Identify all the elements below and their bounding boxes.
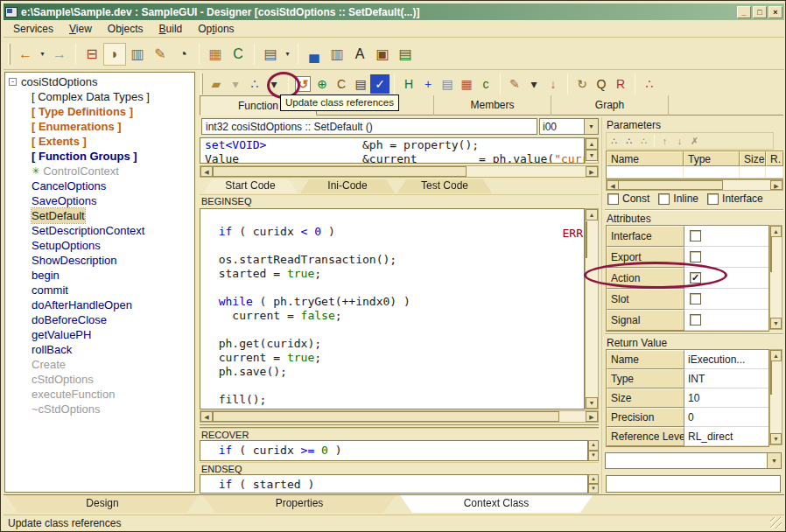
archive-icon[interactable]: ▥ [126,43,149,66]
scroll-up-icon[interactable]: ▲ [586,209,598,220]
menu-options[interactable]: Options [190,21,242,37]
tree-item-begin[interactable]: begin [5,268,194,283]
scrollbar-thumb[interactable] [213,411,559,422]
context-combo[interactable]: ▼ [605,452,782,469]
scroll-up-icon[interactable]: ▲ [770,226,782,237]
export-document-icon[interactable]: ↓ [544,74,563,94]
class-graph-icon[interactable]: ∴ [245,74,264,94]
recover-spinner[interactable]: ▲ ▼ [588,440,599,461]
spin-up-icon[interactable]: ▲ [588,440,599,451]
add-reference-parameter-icon[interactable]: ∴ [621,134,636,149]
data-grid-icon[interactable]: ▦ [204,43,227,66]
return-type[interactable]: Type [607,369,684,388]
tab-design[interactable]: Design [6,495,199,513]
tab-context-class[interactable]: Context Class [400,495,593,513]
parameter-up-icon[interactable]: ↑ [657,134,672,149]
load-class-icon[interactable]: ▰ [207,74,226,94]
scroll-right-icon[interactable]: ▶ [586,411,598,422]
handle-grinder-icon[interactable]: H [399,74,418,94]
scrollbar-thumb[interactable] [618,180,723,190]
design-mode-icon[interactable]: ◗ [103,43,126,66]
edit-source-icon[interactable]: ✎ [149,43,172,66]
tree-item-saveoptions[interactable]: SaveOptions [5,193,194,208]
scroll-up-icon[interactable]: ▲ [770,350,782,361]
code-tab-ini-code[interactable]: Ini-Code [300,179,395,193]
project-options-icon[interactable]: ▤ [394,43,417,66]
code-tab-test-code[interactable]: Test Code [397,179,492,193]
param-column-type[interactable]: Type [684,151,740,166]
server-icon[interactable]: ▥ [326,43,348,66]
tree-item-canceloptions[interactable]: CancelOptions [5,178,194,193]
tree-root-cosistdoptions[interactable]: -cosiStdOptions [5,74,194,89]
return-name[interactable]: Name [607,350,684,369]
scroll-down-icon[interactable]: ▼ [770,433,782,444]
tree-item-setdefault[interactable]: SetDefault [5,208,194,223]
scrollbar-thumb[interactable] [213,166,467,177]
image-viewer-icon[interactable]: ▣ [371,43,394,66]
add-parameter-icon[interactable]: ∴ [607,134,621,149]
history-clock-icon[interactable]: ◔ [172,43,194,66]
checkbox-inline[interactable] [658,193,670,205]
edit-class-icon[interactable]: ▤ [351,74,370,94]
tree-item-create[interactable]: Create [5,357,194,372]
tree-expander-icon[interactable]: - [9,78,17,86]
close-button[interactable]: × [768,6,782,18]
declarations-editor[interactable]: set<VOID> &ph = property();Value &curren… [200,137,585,164]
add-grinder-icon[interactable]: + [418,74,438,94]
code-tab-start-code[interactable]: Start Code [203,179,298,193]
param-column-name[interactable]: Name [607,151,684,166]
attribute-export[interactable]: Export [607,247,684,268]
menu-services[interactable]: Services [5,21,61,37]
context-input[interactable] [606,475,781,493]
return-value-scrollbar[interactable]: ▲ ▼ [769,349,782,445]
start-code-editor[interactable]: ERR if ( curidx < 0 ) os.startReadTransa… [200,208,585,410]
checkbox-const[interactable] [607,193,619,205]
scroll-right-icon[interactable]: ▶ [586,166,598,177]
add-class-icon[interactable]: ⊕ [312,74,332,94]
tree-item-getvalueph[interactable]: getValuePH [5,327,194,342]
resize-grip[interactable] [770,517,782,528]
attributes-scrollbar[interactable]: ▲ ▼ [769,225,782,330]
package-icon[interactable]: ▤ [438,74,457,94]
search-document-icon[interactable]: Q [592,74,611,94]
tree-item-doafterhandleopen[interactable]: doAfterHandleOpen [5,298,194,312]
com-grinder-icon[interactable]: c [476,74,495,94]
chevron-down-icon[interactable]: ▼ [584,119,598,134]
tree-item-cstdoptions[interactable]: cStdOptions [5,372,194,387]
attribute-checkbox-export[interactable] [690,251,701,262]
form-view-dropdown-icon[interactable]: ▾ [282,43,293,66]
scroll-right-icon[interactable]: ▶ [770,180,782,190]
scroll-down-icon[interactable]: ▼ [586,150,598,161]
tree-item-commit[interactable]: commit [5,283,194,298]
tree-item-enumerations[interactable]: [ Enumerations ] [5,119,194,134]
reference-delete-icon[interactable]: R [611,74,630,94]
attribute-interface[interactable]: Interface [607,226,684,247]
instance-combo[interactable]: i00 ▼ [539,118,599,135]
add-value-parameter-icon[interactable]: ∴ [636,134,651,149]
param-column-size[interactable]: Size [740,151,766,166]
recover-code-editor[interactable]: if ( curidx >= 0 ) [200,440,588,461]
tab-graph[interactable]: Graph [551,95,669,116]
parameter-delete-icon[interactable]: ✗ [687,134,702,149]
checkbox-interface[interactable] [707,193,719,205]
forward-arrow-icon[interactable]: → [48,43,71,66]
back-arrow-icon[interactable]: ← [14,43,37,66]
edit-code-icon[interactable]: ✎ [505,74,524,94]
edit-code-dropdown-icon[interactable]: ▾ [524,74,544,94]
attribute-checkbox-interface[interactable] [690,230,701,242]
tree-item-function-groups[interactable]: [ Function Groups ] [5,149,194,164]
attribute-slot[interactable]: Slot [607,289,684,310]
scroll-left-icon[interactable]: ◀ [200,411,213,422]
toolbar-grip[interactable] [200,74,203,94]
return-precision[interactable]: Precision [607,408,684,427]
maximize-button[interactable]: □ [753,6,767,18]
tree-item-rollback[interactable]: rollBack [5,342,194,357]
scrollbar-thumb[interactable] [586,221,587,258]
scroll-down-icon[interactable]: ▼ [586,397,598,409]
font-icon[interactable]: A [348,43,371,66]
class-tree-icon[interactable]: ⊟ [81,43,103,66]
load-class-dropdown-icon[interactable]: ▾ [226,74,245,94]
return-size[interactable]: Size [607,388,684,408]
tree-item-dobeforeclose[interactable]: doBeforeClose [5,312,194,327]
scroll-down-icon[interactable]: ▼ [770,318,782,329]
